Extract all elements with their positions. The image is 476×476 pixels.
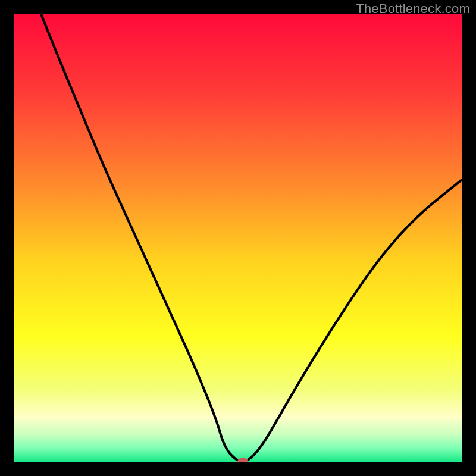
curve-path: [41, 14, 462, 462]
optimal-marker: [237, 458, 248, 462]
plot-area: [14, 14, 462, 462]
bottleneck-curve: [14, 14, 462, 462]
chart-frame: TheBottleneck.com: [0, 0, 476, 476]
watermark-text: TheBottleneck.com: [356, 1, 470, 17]
